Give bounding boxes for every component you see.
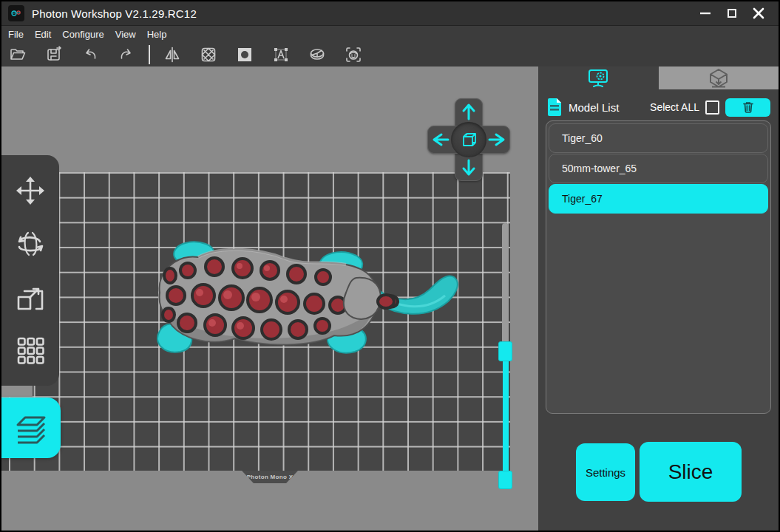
printer-name-tab: Photon Mono X bbox=[242, 471, 298, 483]
list-item-Tiger_67[interactable]: Tiger_67 bbox=[549, 184, 768, 214]
toolbar-divider bbox=[149, 45, 150, 64]
monitor-gear-icon bbox=[587, 69, 609, 88]
tiger-rump bbox=[344, 278, 381, 319]
mirror-icon[interactable] bbox=[163, 45, 182, 64]
slice-button-label: Slice bbox=[668, 460, 713, 484]
menu-view[interactable]: View bbox=[115, 29, 136, 40]
toolbar bbox=[1, 42, 779, 66]
select-all-checkbox[interactable] bbox=[705, 100, 719, 115]
nav-arrow-up-icon[interactable] bbox=[460, 103, 478, 120]
list-item-50mm-tower_65[interactable]: 50mm-tower_65 bbox=[549, 154, 768, 183]
list-item-Tiger_60[interactable]: Tiger_60 bbox=[549, 123, 768, 153]
delete-model-button[interactable] bbox=[725, 98, 770, 117]
hollow-icon[interactable] bbox=[199, 45, 218, 64]
array-tool-icon[interactable] bbox=[12, 332, 49, 369]
document-icon bbox=[546, 98, 563, 117]
move-tool-icon[interactable] bbox=[12, 172, 49, 209]
layer-slider-handle-upper[interactable] bbox=[498, 341, 512, 361]
cube-icon bbox=[458, 129, 480, 151]
transform-tool-panel bbox=[1, 155, 59, 386]
menu-help[interactable]: Help bbox=[147, 29, 167, 40]
window-title: Photon Workshop V2.1.29.RC12 bbox=[32, 7, 197, 20]
viewport-3d[interactable]: Photon Mono X bbox=[1, 66, 538, 531]
menu-bar: FileEditConfigureViewHelp bbox=[1, 27, 779, 42]
rotate-tool-icon[interactable] bbox=[12, 225, 49, 262]
detect-icon[interactable] bbox=[344, 45, 363, 64]
settings-button-label: Settings bbox=[586, 466, 625, 479]
model-list: Tiger_6050mm-tower_65Tiger_67 bbox=[546, 120, 771, 414]
layer-slider-handle-lower[interactable] bbox=[498, 471, 512, 489]
printer-name-label: Photon Mono X bbox=[247, 474, 294, 480]
menu-file[interactable]: File bbox=[8, 29, 24, 40]
nav-arrow-down-icon[interactable] bbox=[460, 159, 478, 177]
settings-button[interactable]: Settings bbox=[576, 443, 635, 501]
maximize-button[interactable] bbox=[724, 5, 740, 21]
trash-icon bbox=[742, 100, 755, 114]
model-tiger-67[interactable] bbox=[148, 235, 466, 361]
model-list-title: Model List bbox=[569, 101, 619, 114]
scale-tool-icon[interactable] bbox=[12, 279, 49, 316]
nav-arrow-right-icon[interactable] bbox=[488, 131, 506, 149]
app-frame: Photon Workshop V2.1.29.RC12 FileEditCon… bbox=[1, 1, 779, 531]
app-window: Photon Workshop V2.1.29.RC12 FileEditCon… bbox=[0, 0, 780, 532]
text-icon[interactable] bbox=[271, 45, 291, 64]
model-list-header: Model List Select ALL bbox=[538, 98, 779, 117]
dig-hole-icon[interactable] bbox=[235, 45, 254, 64]
tab-machine-settings[interactable] bbox=[538, 66, 659, 89]
view-navigation-control bbox=[427, 98, 510, 181]
layer-view-button[interactable] bbox=[1, 398, 61, 458]
app-logo-icon bbox=[8, 5, 24, 21]
tab-slice-export[interactable] bbox=[659, 66, 779, 89]
layer-slider-track-upper[interactable] bbox=[502, 223, 509, 346]
right-panel: Model List Select ALL Tiger_6050mm-tower… bbox=[538, 66, 779, 531]
menu-edit[interactable]: Edit bbox=[35, 29, 51, 40]
box-arrow-icon bbox=[708, 68, 730, 89]
layer-slider-track-lower[interactable] bbox=[503, 361, 509, 472]
slice-button[interactable]: Slice bbox=[640, 442, 742, 502]
window-controls bbox=[697, 5, 767, 21]
redo-icon[interactable] bbox=[117, 45, 136, 64]
menu-configure[interactable]: Configure bbox=[62, 29, 104, 40]
nav-home-cube-button[interactable] bbox=[451, 122, 486, 157]
layers-icon bbox=[12, 409, 50, 447]
undo-icon[interactable] bbox=[81, 45, 100, 64]
save-icon[interactable] bbox=[44, 45, 64, 64]
nav-arrow-left-icon[interactable] bbox=[432, 131, 450, 149]
split-icon[interactable] bbox=[308, 45, 327, 64]
minimize-button[interactable] bbox=[697, 5, 713, 21]
close-button[interactable] bbox=[750, 5, 767, 21]
open-file-icon[interactable] bbox=[8, 45, 27, 64]
panel-tabs bbox=[538, 66, 779, 89]
panel-notch bbox=[1, 386, 33, 397]
title-bar: Photon Workshop V2.1.29.RC12 bbox=[1, 1, 779, 26]
select-all-label: Select ALL bbox=[650, 101, 699, 113]
